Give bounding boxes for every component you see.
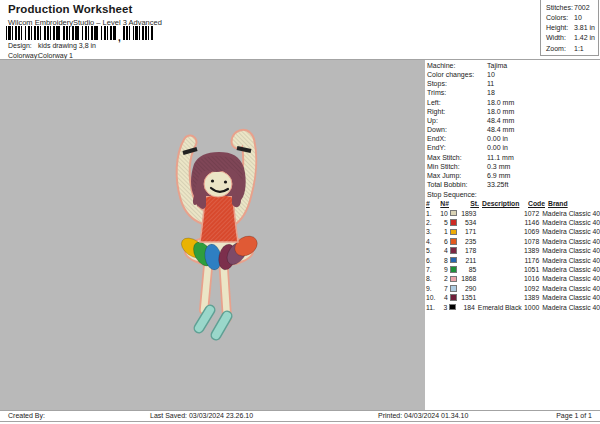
machine-info-label: Left: <box>427 98 487 107</box>
stop-sequence-table: # N# St. Description Code Brand 1.101893… <box>427 199 600 312</box>
machine-info-label: Color changes: <box>427 70 487 79</box>
stop-row: 5.41781389Madeira Classic 40 <box>426 246 600 255</box>
stat-row-width: Width:1.42 in <box>546 33 598 43</box>
stitch-count: 184 <box>458 304 475 311</box>
needle-num: 4 <box>438 294 448 301</box>
machine-info-row: EndY:0.00 in <box>427 143 600 152</box>
stat-label: Width: <box>546 33 574 43</box>
colorway-row: Colorway: Colorway 1 <box>8 52 73 59</box>
machine-info-row: Right:18.0 mm <box>427 107 600 116</box>
machine-info-value: 11 <box>487 79 494 88</box>
stitch-count: 1868 <box>459 275 476 282</box>
left-eye <box>211 179 214 182</box>
col-header-n: N# <box>439 200 449 207</box>
thread-brand: Madeira Classic 40 <box>539 247 600 254</box>
design-canvas <box>0 60 425 410</box>
needle-num: 8 <box>438 257 448 264</box>
thread-brand: Madeira Classic 40 <box>539 294 600 301</box>
needle-num: 10 <box>438 210 448 217</box>
machine-info-value: Tajima <box>487 61 507 70</box>
machine-info-row: Min Stitch:0.3 mm <box>427 162 600 171</box>
stat-label: Height: <box>546 23 574 33</box>
stitch-count: 290 <box>459 285 476 292</box>
needle-num: 6 <box>438 238 448 245</box>
design-row: Design: kids drawing 3,8 in <box>8 42 96 49</box>
stat-value: 3.81 in <box>574 23 595 33</box>
thread-color-swatch <box>450 257 457 264</box>
needle-num: 7 <box>438 285 448 292</box>
thread-brand: Madeira Classic 40 <box>539 257 600 264</box>
col-header-brand: Brand <box>545 200 568 207</box>
machine-info-value: 0.00 in <box>487 134 508 143</box>
thread-brand: Madeira Classic 40 <box>539 266 600 273</box>
thread-code: 1000 <box>522 304 540 311</box>
thread-code: 1092 <box>521 285 539 292</box>
thread-color-swatch <box>450 238 457 245</box>
stop-num: 9. <box>426 285 438 292</box>
machine-info-label: EndX: <box>427 134 487 143</box>
thread-color-swatch <box>450 229 457 236</box>
stitch-count: 1351 <box>459 294 476 301</box>
stop-num: 7. <box>426 266 438 273</box>
page-number: Page 1 of 1 <box>556 412 592 419</box>
needle-num: 2 <box>438 275 448 282</box>
thread-brand: Madeira Classic 40 <box>539 285 600 292</box>
thread-color-swatch <box>450 266 457 273</box>
thread-code: 1389 <box>521 247 539 254</box>
footer-separator-bottom <box>0 421 600 422</box>
stat-row-stitches: Stitches:7002 <box>546 3 598 13</box>
last-saved-text: Last Saved: 03/03/2024 23.26.10 <box>150 412 253 419</box>
barcode-bars-right <box>123 26 154 40</box>
colorway-label: Colorway: <box>8 52 38 59</box>
thread-color-swatch <box>450 276 457 283</box>
printed-text: Printed: 04/03/2024 01.34.10 <box>378 412 468 419</box>
stop-num: 3. <box>426 228 438 235</box>
machine-info-value: 18.0 mm <box>487 107 514 116</box>
needle-num: 4 <box>438 247 448 254</box>
stitch-count: 211 <box>459 257 476 264</box>
thread-description: Emerald Black <box>475 304 522 311</box>
thread-brand: Madeira Classic 40 <box>539 219 600 226</box>
needle-num: 1 <box>438 228 448 235</box>
machine-info-label: Right: <box>427 107 487 116</box>
face <box>204 171 232 197</box>
thread-brand: Madeira Classic 40 <box>539 275 600 282</box>
design-label: Design: <box>8 42 38 49</box>
stop-num: 11. <box>426 304 438 311</box>
shoes <box>199 310 227 335</box>
thread-code: 1146 <box>521 219 539 226</box>
thread-color-swatch <box>450 219 457 226</box>
thread-code: 1176 <box>521 257 539 264</box>
stop-row: 9.72901092Madeira Classic 40 <box>426 284 600 293</box>
machine-info-label: Machine: <box>427 61 487 70</box>
machine-info-row: Total Bobbin:33.25ft <box>427 180 600 189</box>
stat-label: Stitches: <box>546 3 574 13</box>
machine-info-row: Left:18.0 mm <box>427 98 600 107</box>
machine-info-label: Max Jump: <box>427 171 487 180</box>
barcode: , <box>6 26 154 40</box>
machine-info-value: 18 <box>487 88 495 97</box>
machine-info-row: Max Stitch:11.1 mm <box>427 153 600 162</box>
stat-value: 10 <box>574 13 582 23</box>
stat-label: Zoom: <box>546 44 574 54</box>
machine-info-label: Up: <box>427 116 487 125</box>
stop-row: 2.55341146Madeira Classic 40 <box>426 218 600 227</box>
stop-row: 10.413511389Madeira Classic 40 <box>426 293 600 302</box>
thread-color-swatch <box>450 294 457 301</box>
stitch-count: 85 <box>459 266 476 273</box>
barcode-separator: , <box>118 35 121 40</box>
machine-info-value: 33.25ft <box>487 180 508 189</box>
thread-color-swatch <box>450 210 457 217</box>
stop-num: 8. <box>426 275 438 282</box>
thread-code: 1072 <box>521 210 539 217</box>
stitch-count: 1893 <box>459 210 476 217</box>
machine-info-value: 0.3 mm <box>487 162 510 171</box>
machine-info-panel: Machine:Tajima Color changes:10 Stops:11… <box>427 61 600 312</box>
barcode-bars-left <box>6 26 116 40</box>
col-header-code: Code <box>526 200 545 207</box>
needle-num: 5 <box>438 219 448 226</box>
stop-num: 5. <box>426 247 438 254</box>
stitch-count: 178 <box>459 247 476 254</box>
machine-info-label: Min Stitch: <box>427 162 487 171</box>
machine-info-label: Down: <box>427 125 487 134</box>
